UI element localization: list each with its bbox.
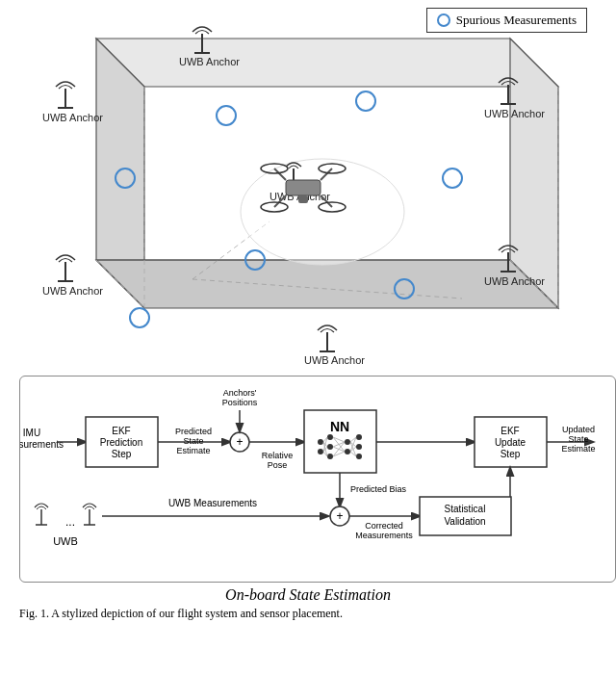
svg-point-74: [327, 444, 333, 450]
svg-text:NN: NN: [330, 419, 349, 434]
legend: Spurious Measurements: [426, 8, 587, 33]
svg-text:UWB: UWB: [53, 535, 78, 547]
svg-text:Step: Step: [500, 449, 521, 459]
svg-point-77: [345, 449, 350, 454]
svg-point-15: [443, 169, 462, 188]
svg-text:...: ...: [65, 515, 75, 529]
svg-text:Relative: Relative: [262, 451, 294, 460]
svg-point-13: [356, 91, 375, 111]
legend-circle-icon: [437, 13, 450, 27]
svg-text:State: State: [183, 436, 203, 446]
svg-text:Validation: Validation: [444, 516, 485, 527]
svg-text:Updated: Updated: [562, 425, 595, 434]
svg-text:+: +: [236, 435, 243, 449]
svg-point-79: [356, 444, 362, 450]
svg-text:UWB Measurements: UWB Measurements: [168, 498, 257, 508]
svg-text:UWB Anchor: UWB Anchor: [484, 275, 545, 287]
svg-text:Step: Step: [112, 449, 132, 459]
svg-point-18: [130, 308, 149, 327]
svg-point-76: [345, 439, 350, 445]
svg-text:Positions: Positions: [222, 398, 258, 407]
svg-point-11: [241, 159, 404, 265]
svg-text:Update: Update: [495, 437, 526, 448]
svg-text:UWB Anchor: UWB Anchor: [42, 285, 103, 297]
svg-marker-0: [96, 39, 558, 87]
svg-text:Statistical: Statistical: [445, 504, 486, 514]
svg-point-12: [217, 106, 236, 125]
diagram-caption: On-board State Estimation: [10, 586, 606, 604]
svg-text:Corrected: Corrected: [365, 521, 403, 531]
svg-point-71: [318, 439, 323, 445]
svg-text:Estimate: Estimate: [176, 446, 210, 455]
svg-text:Estimate: Estimate: [561, 444, 595, 454]
svg-text:Prediction: Prediction: [100, 437, 142, 448]
svg-text:State: State: [568, 434, 588, 444]
svg-text:Anchors': Anchors': [223, 388, 257, 398]
fig-caption: Fig. 1. A stylized depiction of our flig…: [19, 606, 597, 622]
svg-rect-40: [286, 180, 321, 195]
svg-text:EKF: EKF: [112, 426, 130, 436]
svg-text:Pose: Pose: [268, 460, 288, 470]
svg-point-80: [356, 454, 362, 459]
svg-point-73: [327, 434, 333, 440]
svg-text:Predicted Bias: Predicted Bias: [350, 484, 407, 494]
svg-text:EKF: EKF: [500, 426, 519, 436]
svg-text:Measurements: Measurements: [355, 531, 413, 540]
svg-text:Measurements: Measurements: [20, 439, 64, 450]
svg-text:Predicted: Predicted: [175, 427, 212, 436]
svg-text:UWB Anchor: UWB Anchor: [179, 56, 240, 67]
svg-point-72: [318, 449, 323, 454]
svg-text:UWB Anchor: UWB Anchor: [304, 354, 365, 366]
legend-label: Spurious Measurements: [456, 13, 577, 28]
flowchart-svg: IMU Measurements EKF Prediction Step Pre…: [20, 376, 616, 584]
svg-text:+: +: [336, 509, 343, 523]
svg-point-75: [327, 454, 333, 459]
svg-rect-49: [298, 195, 308, 203]
flowchart-container: IMU Measurements EKF Prediction Step Pre…: [19, 376, 616, 583]
diagram-svg: UWB Anchor UWB Anchor UWB Anchor UWB Anc…: [0, 0, 616, 376]
svg-text:UWB Anchor: UWB Anchor: [484, 108, 545, 119]
top-diagram: UWB Anchor UWB Anchor UWB Anchor UWB Anc…: [0, 0, 616, 376]
svg-text:UWB Anchor: UWB Anchor: [42, 112, 103, 123]
svg-point-78: [356, 434, 362, 440]
svg-text:IMU: IMU: [23, 428, 40, 438]
bottom-section: IMU Measurements EKF Prediction Step Pre…: [0, 376, 616, 622]
